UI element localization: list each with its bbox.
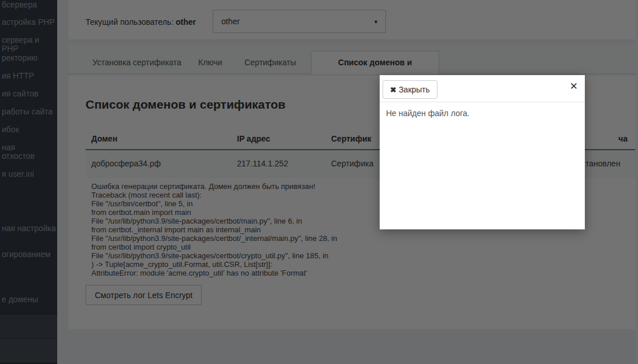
modal-message: Не найден файл лога. (386, 109, 469, 118)
close-icon[interactable]: ✕ (570, 81, 578, 91)
log-modal-header: ✖Закрыть ✕ (380, 75, 585, 102)
close-x-icon: ✖ (390, 86, 396, 94)
modal-close-button[interactable]: ✖Закрыть (383, 80, 437, 99)
log-modal: ✖Закрыть ✕ Не найден файл лога. (380, 75, 585, 229)
app-root: бсервера астройка PHP сервера и PHP рект… (0, 0, 638, 364)
